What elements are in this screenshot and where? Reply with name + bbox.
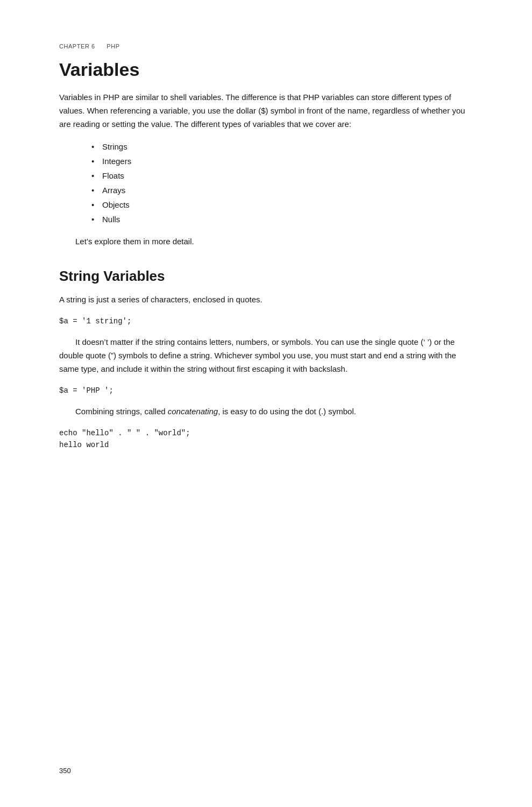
list-item: Integers <box>91 154 473 168</box>
string-para2: Combining strings, called concatenating,… <box>59 405 473 419</box>
chapter-header: CHAPTER 6 PHP <box>59 43 473 49</box>
page-content: CHAPTER 6 PHP Variables Variables in PHP… <box>0 0 532 807</box>
list-item: Arrays <box>91 183 473 197</box>
variables-list: Strings Integers Floats Arrays Objects N… <box>91 139 473 226</box>
string-variables-heading: String Variables <box>59 268 473 285</box>
string-para2-italic: concatenating <box>168 407 218 416</box>
chapter-topic: PHP <box>107 43 119 49</box>
string-para1: It doesn’t matter if the string contains… <box>59 336 473 376</box>
explore-text: Let’s explore them in more detail. <box>75 235 473 249</box>
code-block-1: $a = '1 string'; <box>59 315 473 327</box>
code-block-2: $a = 'PHP '; <box>59 385 473 397</box>
string-para2-text1: Combining strings, called <box>75 407 168 416</box>
list-item: Objects <box>91 197 473 212</box>
list-item: Nulls <box>91 212 473 226</box>
string-intro: A string is just a series of characters,… <box>59 293 473 307</box>
code-block-3: echo "hello" . " " . "world"; hello worl… <box>59 427 473 451</box>
page-number: 350 <box>59 767 71 775</box>
variables-intro: Variables in PHP are similar to shell va… <box>59 91 473 131</box>
list-item: Strings <box>91 139 473 154</box>
variables-heading: Variables <box>59 59 473 80</box>
list-item: Floats <box>91 168 473 183</box>
string-para2-text2: , is easy to do using the dot (.) symbol… <box>218 407 356 416</box>
chapter-number: CHAPTER 6 <box>59 43 95 49</box>
